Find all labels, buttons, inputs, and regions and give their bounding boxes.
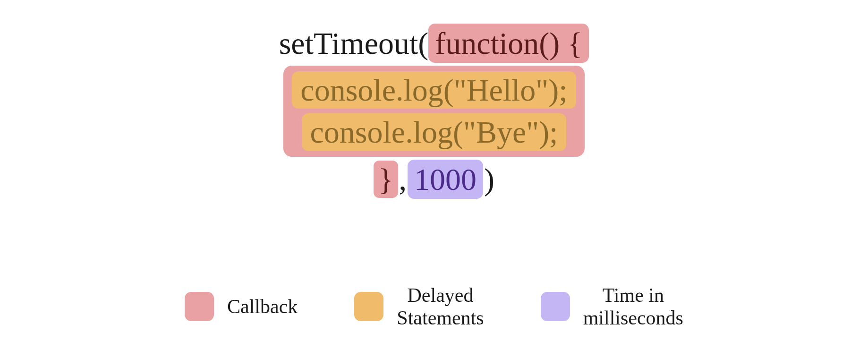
legend-item-time: Time in milliseconds bbox=[541, 284, 683, 330]
comma-token: , bbox=[399, 161, 407, 198]
legend-time-line2: milliseconds bbox=[583, 307, 683, 329]
callback-open-highlight: function() { bbox=[428, 24, 589, 63]
time-value-highlight: 1000 bbox=[408, 160, 483, 199]
callback-body-highlight: console.log("Hello"); console.log("Bye")… bbox=[283, 66, 584, 156]
swatch-time bbox=[541, 292, 570, 321]
delayed-statement-1: console.log("Hello"); bbox=[292, 71, 576, 109]
legend-delayed-line1: Delayed bbox=[408, 284, 474, 306]
callback-close-brace-highlight: } bbox=[374, 161, 398, 198]
code-line-4: } , 1000 ) bbox=[374, 160, 494, 199]
legend-item-callback: Callback bbox=[185, 292, 298, 321]
legend-delayed-line2: Statements bbox=[397, 307, 484, 329]
legend: Callback Delayed Statements Time in mill… bbox=[185, 284, 683, 330]
legend-item-delayed: Delayed Statements bbox=[354, 284, 484, 330]
legend-label-callback: Callback bbox=[227, 295, 298, 318]
settimeout-diagram: setTimeout( function() { console.log("He… bbox=[0, 0, 868, 358]
legend-time-line1: Time in bbox=[603, 284, 664, 306]
swatch-callback bbox=[185, 292, 214, 321]
swatch-delayed bbox=[354, 292, 383, 321]
code-line-1: setTimeout( function() { bbox=[279, 24, 589, 63]
delayed-statement-2: console.log("Bye"); bbox=[302, 113, 567, 151]
legend-label-delayed: Delayed Statements bbox=[397, 284, 484, 330]
code-block: setTimeout( function() { console.log("He… bbox=[279, 24, 589, 199]
close-paren-token: ) bbox=[484, 161, 494, 198]
settimeout-token: setTimeout( bbox=[279, 25, 429, 62]
legend-label-time: Time in milliseconds bbox=[583, 284, 683, 330]
